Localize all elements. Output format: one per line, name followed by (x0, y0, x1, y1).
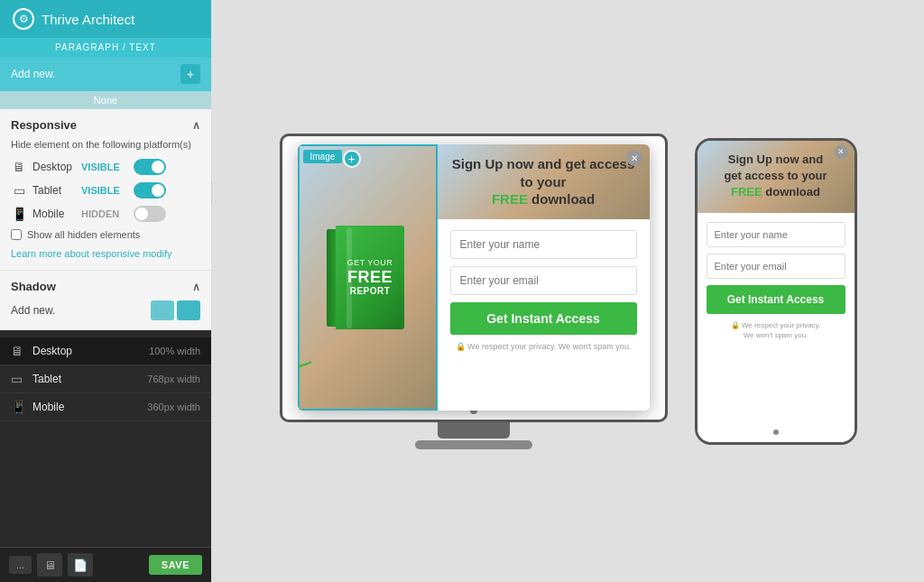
book-highlight (346, 227, 352, 328)
shadow-add-row: Add new. (11, 300, 200, 320)
phone-heading-line1: Sign Up now and (728, 152, 823, 166)
show-hidden-label: Show all hidden elements (27, 229, 140, 240)
shadow-add-label: Add new. (11, 304, 55, 317)
phone-heading-line2: get access to your (724, 169, 827, 182)
phone-wrap: ✕ Sign Up now and get access to your FRE… (695, 138, 857, 445)
sidebar-header: ⚙ Thrive Architect (0, 0, 211, 38)
monitor-stand (438, 422, 510, 439)
device-mobile-width: 360px width (147, 402, 200, 412)
show-hidden-checkbox[interactable] (11, 229, 22, 240)
image-label: Image (303, 150, 343, 163)
desktop-toggle[interactable] (134, 159, 166, 175)
monitor-base (415, 440, 532, 449)
footer-device-button[interactable]: 🖥 (37, 553, 62, 577)
phone-close-button[interactable]: ✕ (835, 145, 848, 159)
platform-row-mobile: 📱 Mobile HIDDEN (11, 206, 200, 222)
phone-form: Get Instant Access 🔒 We respect your pri… (698, 213, 855, 441)
popup-name-input[interactable] (450, 230, 637, 259)
tablet-toggle[interactable] (134, 182, 166, 199)
shadow-btn-2[interactable] (177, 300, 200, 320)
popup-close-button[interactable]: ✕ (626, 150, 642, 166)
save-button[interactable]: SAVE (149, 555, 202, 575)
platform-status-mobile: HIDDEN (81, 208, 128, 219)
shadow-btn-1[interactable] (151, 300, 174, 320)
phone-heading-free: FREE (731, 185, 762, 199)
phone-header: Sign Up now and get access to your FREE … (698, 141, 855, 214)
add-new-label: Add new. (11, 68, 55, 80)
mobile-toggle[interactable] (134, 206, 166, 222)
footer-file-button[interactable]: 📄 (68, 553, 93, 577)
responsive-section-header: Responsive ∧ (11, 118, 200, 132)
device-desktop-name: Desktop (32, 345, 142, 357)
footer-dots-button[interactable]: ... (9, 556, 32, 574)
platform-name-tablet: Tablet (32, 184, 76, 197)
popup-plus-button[interactable]: + (343, 150, 361, 168)
responsive-title: Responsive (11, 118, 77, 132)
responsive-description: Hide element on the following platform(s… (11, 139, 200, 150)
none-label: None (0, 91, 211, 109)
book-text-free: FREE (347, 269, 393, 285)
device-desktop-width: 100% width (149, 346, 200, 356)
book-cover-text: GET YOUR FREE REPORT (347, 258, 393, 297)
popup-heading: Sign Up now and get access to your FREE … (452, 155, 635, 208)
shadow-buttons (151, 300, 200, 320)
popup-heading-line1: Sign Up now and get access to your (452, 156, 635, 189)
gear-icon: ⚙ (13, 8, 34, 30)
learn-more-link[interactable]: Learn more about responsive modify (11, 248, 172, 259)
platform-row-desktop: 🖥 Desktop VISIBLE (11, 159, 200, 175)
device-mobile-icon: 📱 (11, 400, 25, 414)
device-item-desktop[interactable]: 🖥 Desktop 100% width (0, 337, 211, 365)
shadow-section-header: Shadow ∧ (11, 280, 200, 293)
popup-heading-free: FREE (492, 191, 528, 207)
book-cover: GET YOUR FREE REPORT (336, 226, 404, 329)
sidebar: ⚙ Thrive Architect PARAGRAPH / TEXT Add … (0, 0, 212, 582)
add-new-button[interactable]: + (180, 64, 200, 84)
add-new-row: Add new. + (0, 57, 211, 91)
shadow-chevron-icon: ∧ (192, 281, 200, 293)
popup-submit-button[interactable]: Get Instant Access (450, 302, 637, 335)
phone-name-input[interactable] (707, 222, 845, 247)
shadow-section: Shadow ∧ Add new. (0, 271, 211, 330)
device-desktop-icon: 🖥 (11, 344, 25, 358)
book-text-get-your: GET YOUR (347, 258, 393, 267)
shadow-title: Shadow (11, 280, 56, 293)
app-title: Thrive Architect (42, 12, 134, 27)
book-text-report: REPORT (347, 285, 393, 297)
device-tablet-width: 768px width (147, 374, 200, 384)
sidebar-footer: ... 🖥 📄 SAVE (0, 547, 211, 582)
popup-header: Sign Up now and get access to your FREE … (438, 144, 650, 219)
book: GET YOUR FREE REPORT (327, 226, 408, 329)
paragraph-text-label: PARAGRAPH / TEXT (0, 38, 211, 57)
popup-form-section: Sign Up now and get access to your FREE … (438, 144, 650, 411)
book-container: GET YOUR FREE REPORT (327, 226, 408, 329)
phone-submit-button[interactable]: Get Instant Access (707, 285, 845, 314)
phone-heading: Sign Up now and get access to your FREE … (707, 152, 845, 201)
chevron-up-icon: ∧ (192, 119, 200, 132)
popup-privacy-text: 🔒 We respect your privacy. We won't spam… (450, 342, 637, 351)
monitor-wrap: ✕ Image + GET YOUR FREE (280, 134, 668, 449)
responsive-section: Responsive ∧ Hide element on the followi… (0, 109, 211, 271)
popup-image-section: Image + GET YOUR FREE REPORT (298, 144, 438, 411)
device-list: 🖥 Desktop 100% width ▭ Tablet 768px widt… (0, 330, 211, 547)
mobile-icon: 📱 (11, 207, 27, 221)
popup-desktop: ✕ Image + GET YOUR FREE (298, 144, 650, 411)
platform-name-mobile: Mobile (32, 208, 76, 220)
phone-heading-line3: download (765, 185, 820, 199)
main-content: ✕ Image + GET YOUR FREE (212, 0, 924, 582)
device-tablet-icon: ▭ (11, 372, 25, 386)
device-item-mobile[interactable]: 📱 Mobile 360px width (0, 393, 211, 421)
device-tablet-name: Tablet (32, 373, 140, 385)
phone-privacy-text: 🔒 We respect your privacy.We won't spam … (707, 320, 845, 340)
tablet-icon: ▭ (11, 183, 27, 198)
phone: ✕ Sign Up now and get access to your FRE… (695, 138, 857, 445)
device-item-tablet[interactable]: ▭ Tablet 768px width (0, 365, 211, 393)
popup-email-input[interactable] (450, 266, 637, 295)
green-arrow-indicator (298, 344, 320, 383)
popup-form: Get Instant Access 🔒 We respect your pri… (438, 219, 650, 411)
platform-status-desktop: VISIBLE (81, 162, 128, 172)
popup-heading-line2: download (531, 191, 595, 207)
platform-status-tablet: VISIBLE (81, 185, 128, 196)
phone-email-input[interactable] (707, 254, 845, 279)
show-hidden-row: Show all hidden elements (11, 229, 200, 240)
phone-dot (773, 430, 779, 435)
